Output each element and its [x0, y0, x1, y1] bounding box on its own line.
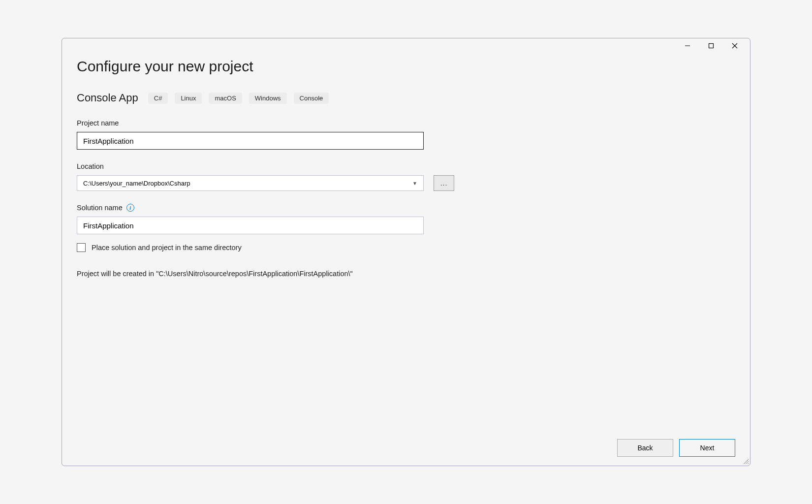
solution-name-label: Solution name i [77, 204, 735, 212]
same-directory-row: Place solution and project in the same d… [77, 243, 735, 252]
solution-name-group: Solution name i [77, 204, 735, 234]
location-label: Location [77, 162, 735, 170]
location-group: Location C:\Users\your_name\Dropbox\Csha… [77, 162, 735, 191]
project-type-name: Console App [77, 92, 138, 104]
page-title: Configure your new project [77, 58, 735, 75]
location-row: C:\Users\your_name\Dropbox\Csharp ▼ ... [77, 175, 735, 191]
maximize-button[interactable] [700, 39, 722, 53]
solution-name-label-text: Solution name [77, 204, 123, 212]
solution-name-input[interactable] [77, 217, 424, 234]
project-name-label: Project name [77, 119, 735, 127]
tag-console: Console [294, 93, 329, 104]
minimize-button[interactable] [676, 39, 699, 53]
project-name-input[interactable] [77, 132, 424, 150]
same-directory-checkbox[interactable] [77, 243, 86, 252]
chevron-down-icon: ▼ [412, 181, 417, 186]
content-area: Configure your new project Console App C… [62, 53, 750, 466]
project-type-row: Console App C# Linux macOS Windows Conso… [77, 92, 735, 104]
location-value: C:\Users\your_name\Dropbox\Csharp [83, 180, 190, 187]
project-path-message: Project will be created in "C:\Users\Nit… [77, 270, 735, 278]
tag-windows: Windows [249, 93, 287, 104]
tag-linux: Linux [175, 93, 202, 104]
svg-rect-1 [709, 44, 714, 48]
project-name-group: Project name [77, 119, 735, 150]
close-button[interactable] [723, 39, 746, 53]
info-icon[interactable]: i [126, 204, 134, 212]
footer-buttons: Back Next [617, 439, 735, 457]
dialog-window: Configure your new project Console App C… [62, 38, 750, 466]
same-directory-label: Place solution and project in the same d… [92, 244, 242, 252]
back-button[interactable]: Back [617, 439, 673, 457]
next-button[interactable]: Next [679, 439, 735, 457]
browse-button[interactable]: ... [434, 175, 454, 191]
location-combobox[interactable]: C:\Users\your_name\Dropbox\Csharp ▼ [77, 175, 424, 191]
tag-macos: macOS [209, 93, 242, 104]
tag-csharp: C# [148, 93, 168, 104]
titlebar [62, 38, 750, 53]
